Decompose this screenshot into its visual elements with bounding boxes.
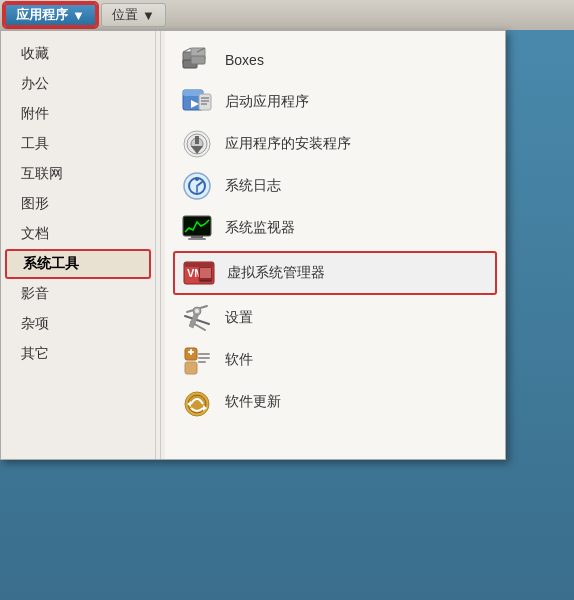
app-label-software-update: 软件更新	[225, 393, 281, 411]
app-item-log[interactable]: 系统日志	[165, 165, 505, 207]
software-icon	[181, 344, 213, 376]
category-item-media[interactable]: 影音	[1, 279, 155, 309]
svg-rect-40	[185, 362, 197, 374]
launch-icon	[181, 86, 213, 118]
app-menu-label: 应用程序	[16, 6, 68, 24]
app-item-boxes[interactable]: Boxes	[165, 39, 505, 81]
panel-divider	[160, 31, 161, 459]
boxes-icon	[181, 44, 213, 76]
app-item-software-update[interactable]: 软件更新	[165, 381, 505, 423]
virt-manager-icon: VM	[183, 257, 215, 289]
category-panel: 收藏 办公 附件 工具 互联网 图形 文档 系统工具 影音 杂项 其它	[1, 31, 156, 459]
category-item-office[interactable]: 办公	[1, 69, 155, 99]
app-item-launch[interactable]: 启动应用程序	[165, 81, 505, 123]
svg-line-2	[183, 48, 191, 52]
app-label-monitor: 系统监视器	[225, 219, 295, 237]
svg-rect-32	[200, 268, 211, 278]
app-panel: Boxes 启动应用程序	[165, 31, 505, 459]
category-item-graphics[interactable]: 图形	[1, 189, 155, 219]
menubar: 应用程序 ▼ 位置 ▼	[0, 0, 574, 30]
desktop: 应用程序 ▼ 位置 ▼ 收藏 办公 附件 工具 互联网 图形 文档 系统工具 影…	[0, 0, 574, 600]
app-dropdown-menu: 收藏 办公 附件 工具 互联网 图形 文档 系统工具 影音 杂项 其它	[0, 30, 506, 460]
app-item-monitor[interactable]: 系统监视器	[165, 207, 505, 249]
category-item-tools[interactable]: 工具	[1, 129, 155, 159]
category-item-favorites[interactable]: 收藏	[1, 39, 155, 69]
app-item-software[interactable]: 软件	[165, 339, 505, 381]
install-icon	[181, 128, 213, 160]
app-item-settings[interactable]: 设置	[165, 297, 505, 339]
app-menu-button[interactable]: 应用程序 ▼	[4, 3, 97, 27]
software-update-icon	[181, 386, 213, 418]
svg-rect-27	[188, 238, 206, 240]
app-label-install: 应用程序的安装程序	[225, 135, 351, 153]
category-item-internet[interactable]: 互联网	[1, 159, 155, 189]
monitor-icon	[181, 212, 213, 244]
log-icon	[181, 170, 213, 202]
category-item-accessories[interactable]: 附件	[1, 99, 155, 129]
app-label-settings: 设置	[225, 309, 253, 327]
category-item-other[interactable]: 其它	[1, 339, 155, 369]
app-item-virt-manager[interactable]: VM 虚拟系统管理器	[173, 251, 497, 295]
svg-point-38	[195, 309, 199, 313]
settings-icon	[181, 302, 213, 334]
category-item-documents[interactable]: 文档	[1, 219, 155, 249]
svg-rect-17	[195, 136, 199, 144]
category-item-misc[interactable]: 杂项	[1, 309, 155, 339]
location-menu-label: 位置	[112, 6, 138, 24]
location-menu-arrow: ▼	[142, 8, 155, 23]
app-label-launch: 启动应用程序	[225, 93, 309, 111]
app-label-boxes: Boxes	[225, 52, 264, 68]
app-item-install[interactable]: 应用程序的安装程序	[165, 123, 505, 165]
app-label-log: 系统日志	[225, 177, 281, 195]
svg-point-21	[195, 177, 199, 181]
svg-rect-25	[184, 217, 210, 235]
svg-rect-10	[199, 94, 211, 110]
svg-rect-6	[191, 56, 205, 64]
app-label-virt-manager: 虚拟系统管理器	[227, 264, 325, 282]
category-item-system-tools[interactable]: 系统工具	[5, 249, 151, 279]
location-menu-button[interactable]: 位置 ▼	[101, 3, 166, 27]
app-label-software: 软件	[225, 351, 253, 369]
app-menu-arrow: ▼	[72, 8, 85, 23]
